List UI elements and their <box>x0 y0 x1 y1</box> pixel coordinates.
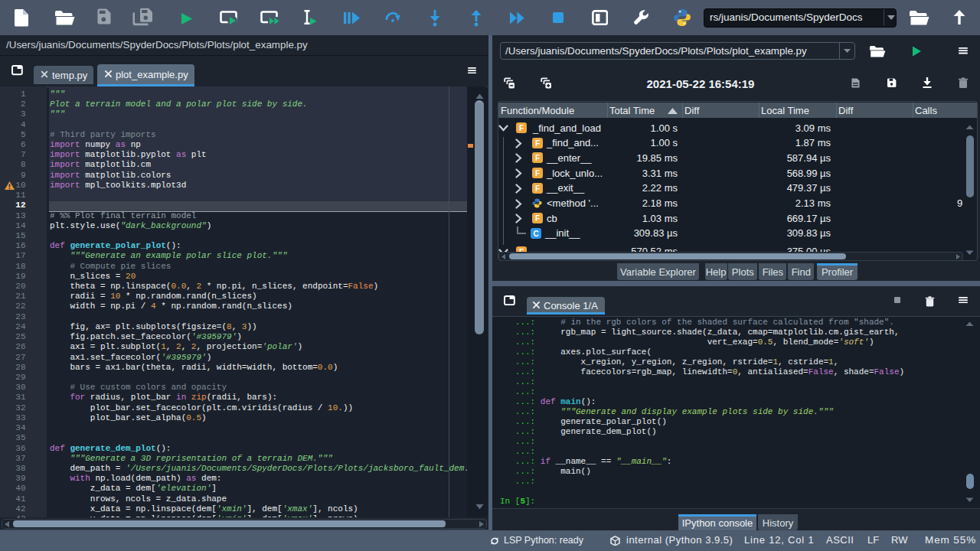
svg-text:F: F <box>535 169 540 178</box>
svg-text:F: F <box>535 184 540 193</box>
svg-text:F: F <box>535 214 540 223</box>
svg-text:F: F <box>535 139 540 147</box>
svg-text:C: C <box>533 230 538 238</box>
svg-text:F: F <box>535 154 540 162</box>
svg-text:F: F <box>519 124 524 132</box>
